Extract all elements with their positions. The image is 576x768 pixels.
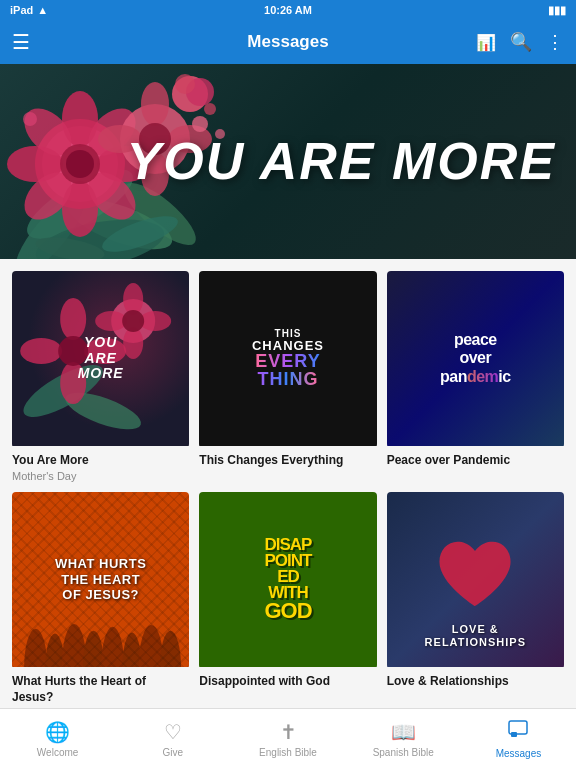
svg-point-53	[160, 630, 181, 667]
series-item-what-hurts[interactable]: WHAT HURTSTHE HEARTOF JESUS? What Hurts …	[12, 492, 189, 707]
heart-outline-icon: ♡	[164, 720, 182, 744]
svg-point-7	[175, 74, 195, 94]
svg-point-27	[204, 103, 216, 115]
tab-english-bible[interactable]: ✝ English Bible	[230, 720, 345, 758]
tab-welcome-label: Welcome	[37, 747, 79, 758]
status-time: 10:26 AM	[264, 4, 312, 16]
status-bar: iPad ▲ 10:26 AM ▮▮▮	[0, 0, 576, 20]
nav-left-controls: ☰	[12, 30, 30, 54]
globe-icon: 🌐	[45, 720, 70, 744]
thumb-peace-text: peace over pandemic	[440, 331, 511, 386]
carrier-label: iPad	[10, 4, 33, 16]
series-item-you-are-more[interactable]: YOUAREMORE You Are More Mother's Day	[12, 271, 189, 482]
search-icon[interactable]: 🔍	[510, 31, 532, 53]
series-grid: YOUAREMORE You Are More Mother's Day THI…	[12, 271, 564, 706]
thumb-you-are-more-text: YOUAREMORE	[78, 335, 124, 381]
svg-point-48	[62, 624, 87, 667]
svg-point-47	[45, 633, 64, 667]
heart-icon	[430, 535, 520, 615]
series-title-love-relationships: Love & Relationships	[387, 674, 564, 690]
status-right: ▮▮▮	[548, 4, 566, 17]
nav-title: Messages	[247, 32, 328, 52]
series-title-you-are-more: You Are More	[12, 453, 189, 469]
thumb-this-changes-text: THIS CHANGES EVERY THING	[252, 329, 324, 388]
thumb-what-hurts-text: WHAT HURTSTHE HEARTOF JESUS?	[50, 551, 151, 608]
tab-spanish-bible-label: Spanish Bible	[373, 747, 434, 758]
svg-rect-55	[511, 732, 517, 737]
svg-point-46	[24, 628, 47, 667]
series-subtitle-you-are-more: Mother's Day	[12, 470, 189, 482]
tab-give[interactable]: ♡ Give	[115, 720, 230, 758]
tab-messages-label: Messages	[496, 748, 542, 759]
svg-point-21	[141, 82, 169, 126]
tab-messages[interactable]: Messages	[461, 718, 576, 759]
tab-welcome[interactable]: 🌐 Welcome	[0, 720, 115, 758]
series-item-this-changes[interactable]: THIS CHANGES EVERY THING This Changes Ev…	[199, 271, 376, 482]
svg-point-35	[60, 298, 86, 340]
hero-banner[interactable]: YOU ARE MORE	[0, 64, 576, 259]
series-thumb-you-are-more: YOUAREMORE	[12, 271, 189, 448]
svg-point-19	[66, 150, 94, 178]
tab-bar: 🌐 Welcome ♡ Give ✝ English Bible 📖 Spani…	[0, 708, 576, 768]
svg-point-49	[83, 630, 104, 667]
svg-point-52	[139, 625, 164, 667]
series-item-love-relationships[interactable]: LOVE &RELATIONSHIPS Love & Relationships	[387, 492, 564, 707]
status-left: iPad ▲	[10, 4, 48, 16]
chart-icon[interactable]: 📊	[476, 33, 496, 52]
series-item-disappointed[interactable]: DISAPPOINTEDWITHGOD Disappointed with Go…	[199, 492, 376, 707]
tab-english-bible-label: English Bible	[259, 747, 317, 758]
nav-bar: ☰ Messages 📊 🔍 ⋮	[0, 20, 576, 64]
svg-point-45	[122, 310, 144, 332]
series-title-disappointed: Disappointed with God	[199, 674, 376, 690]
series-thumb-peace-pandemic: peace over pandemic	[387, 271, 564, 448]
series-thumb-what-hurts: WHAT HURTSTHE HEARTOF JESUS?	[12, 492, 189, 669]
tab-give-label: Give	[163, 747, 184, 758]
menu-icon[interactable]: ☰	[12, 30, 30, 54]
series-title-this-changes: This Changes Everything	[199, 453, 376, 469]
cross-icon: ✝	[280, 720, 297, 744]
wifi-icon: ▲	[37, 4, 48, 16]
thumb-love-text: LOVE &RELATIONSHIPS	[387, 623, 564, 649]
series-thumb-love-relationships: LOVE &RELATIONSHIPS	[387, 492, 564, 669]
series-thumb-this-changes: THIS CHANGES EVERY THING	[199, 271, 376, 448]
message-icon	[507, 718, 529, 745]
more-icon[interactable]: ⋮	[546, 31, 564, 53]
series-thumb-disappointed: DISAPPOINTEDWITHGOD	[199, 492, 376, 669]
series-title-peace-pandemic: Peace over Pandemic	[387, 453, 564, 469]
thumb-disappointed-text: DISAPPOINTEDWITHGOD	[264, 537, 311, 622]
series-item-peace-pandemic[interactable]: peace over pandemic Peace over Pandemic	[387, 271, 564, 482]
svg-point-29	[23, 112, 37, 126]
series-title-what-hurts: What Hurts the Heart of Jesus?	[12, 674, 189, 705]
svg-point-26	[192, 116, 208, 132]
content-area: YOUAREMORE You Are More Mother's Day THI…	[0, 259, 576, 708]
bible-icon: 📖	[391, 720, 416, 744]
tab-spanish-bible[interactable]: 📖 Spanish Bible	[346, 720, 461, 758]
hero-title: YOU ARE MORE	[127, 134, 576, 189]
svg-point-50	[101, 626, 124, 666]
svg-point-51	[122, 632, 141, 667]
nav-right-controls: 📊 🔍 ⋮	[476, 31, 564, 53]
battery-icon: ▮▮▮	[548, 4, 566, 17]
svg-point-37	[20, 338, 62, 364]
